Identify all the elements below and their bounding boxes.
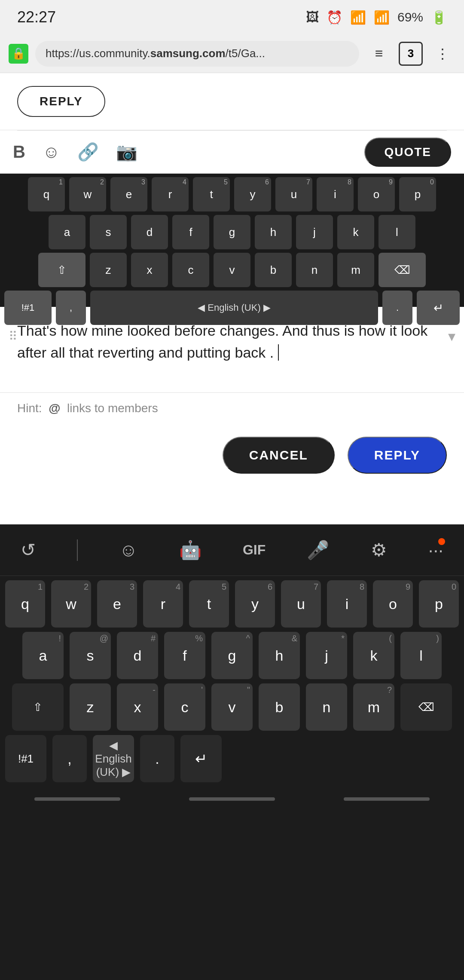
- key-y[interactable]: y6: [234, 177, 271, 211]
- bk-key-g[interactable]: g^: [211, 632, 253, 679]
- bk-key-k[interactable]: k(: [353, 632, 394, 679]
- bk-key-p[interactable]: p0: [419, 580, 459, 628]
- key-s[interactable]: s: [90, 215, 127, 249]
- key-j[interactable]: j: [296, 215, 333, 249]
- key-b[interactable]: b: [255, 253, 292, 287]
- key-z[interactable]: z: [90, 253, 127, 287]
- key-i[interactable]: i8: [317, 177, 354, 211]
- bk-key-y[interactable]: y6: [235, 580, 275, 628]
- key-g[interactable]: g: [214, 215, 250, 249]
- bk-key-symbols[interactable]: !#1: [5, 735, 46, 782]
- ssl-lock-icon: 🔒: [9, 44, 28, 64]
- bk-key-enter[interactable]: ↵: [180, 735, 222, 782]
- browser-menu-button[interactable]: ⋮: [430, 41, 455, 67]
- key-o[interactable]: o9: [358, 177, 395, 211]
- bk-key-r[interactable]: r4: [143, 580, 183, 628]
- key-backspace[interactable]: ⌫: [379, 253, 426, 287]
- bk-key-e[interactable]: e3: [97, 580, 137, 628]
- url-domain: samsung.com: [150, 47, 226, 60]
- key-shift[interactable]: ⇧: [38, 253, 85, 287]
- key-p[interactable]: p0: [399, 177, 436, 211]
- key-d[interactable]: d: [131, 215, 168, 249]
- bk-key-m[interactable]: m?: [353, 683, 394, 731]
- bold-icon[interactable]: B: [13, 142, 25, 162]
- quote-button[interactable]: QUOTE: [364, 138, 451, 167]
- bk-key-space[interactable]: ◀ English (UK) ▶: [93, 735, 134, 782]
- battery-icon: 🔋: [431, 10, 447, 25]
- bk-key-backspace[interactable]: ⌫: [400, 683, 452, 731]
- bk-nav-indicator: [34, 797, 120, 801]
- key-c[interactable]: c: [172, 253, 209, 287]
- bk-key-h[interactable]: h&: [259, 632, 300, 679]
- key-q[interactable]: q1: [28, 177, 65, 211]
- bk-key-u[interactable]: u7: [281, 580, 321, 628]
- key-a[interactable]: a: [49, 215, 85, 249]
- key-l[interactable]: l: [379, 215, 415, 249]
- bk-key-comma[interactable]: ,: [52, 735, 87, 782]
- bottom-keyboard[interactable]: ↺ ☺ 🤖 GIF 🎤 ⚙ ··· q1 w2 e3 r4 t5 y6 u7 i…: [0, 524, 464, 980]
- bk-key-j[interactable]: j*: [306, 632, 347, 679]
- key-w[interactable]: w2: [69, 177, 106, 211]
- key-k[interactable]: k: [337, 215, 374, 249]
- bk-emoji-icon[interactable]: ☺: [119, 540, 138, 560]
- bk-key-w[interactable]: w2: [51, 580, 91, 628]
- bk-key-q[interactable]: q1: [5, 580, 45, 628]
- bk-settings-icon[interactable]: ⚙: [371, 539, 387, 560]
- browser-bar: 🔒 https://us.community.samsung.com/t5/Ga…: [0, 34, 464, 73]
- bk-undo-icon[interactable]: ↺: [21, 539, 36, 560]
- bk-key-i[interactable]: i8: [327, 580, 367, 628]
- tab-switcher-button[interactable]: 3: [399, 42, 423, 66]
- key-comma[interactable]: ,: [56, 291, 86, 325]
- cancel-button[interactable]: CANCEL: [223, 437, 335, 474]
- bk-key-t[interactable]: t5: [189, 580, 229, 628]
- key-period[interactable]: .: [382, 291, 412, 325]
- key-n[interactable]: n: [296, 253, 333, 287]
- bk-key-shift[interactable]: ⇧: [12, 683, 64, 731]
- inline-keyboard[interactable]: q1 w2 e3 r4 t5 y6 u7 i8 o9 p0 a s d f g …: [0, 174, 464, 307]
- bk-key-v[interactable]: v": [211, 683, 253, 731]
- reply-action-button[interactable]: REPLY: [348, 437, 447, 474]
- key-t[interactable]: t5: [193, 177, 230, 211]
- key-m[interactable]: m: [337, 253, 374, 287]
- tab-count: 3: [408, 47, 414, 60]
- keyboard-collapse-icon[interactable]: ▾: [448, 328, 455, 345]
- key-u[interactable]: u7: [275, 177, 312, 211]
- alarm-icon: ⏰: [327, 10, 342, 25]
- reply-button[interactable]: REPLY: [17, 86, 105, 117]
- key-enter[interactable]: ↵: [417, 291, 460, 325]
- url-bar[interactable]: https://us.community.samsung.com/t5/Ga..…: [35, 41, 359, 67]
- emoji-icon[interactable]: ☺: [43, 142, 60, 162]
- bk-key-a[interactable]: a!: [22, 632, 64, 679]
- bk-key-f[interactable]: f%: [164, 632, 205, 679]
- key-space[interactable]: ◀ English (UK) ▶: [90, 291, 378, 325]
- bk-sticker-icon[interactable]: 🤖: [179, 539, 201, 560]
- bk-key-z[interactable]: z: [70, 683, 111, 731]
- keyboard-settings-icon[interactable]: ⠿: [9, 329, 18, 343]
- key-h[interactable]: h: [255, 215, 292, 249]
- bk-key-s[interactable]: s@: [70, 632, 111, 679]
- status-time: 22:27: [17, 8, 56, 26]
- bk-key-period[interactable]: .: [140, 735, 174, 782]
- bk-key-o[interactable]: o9: [373, 580, 413, 628]
- bk-key-d[interactable]: d#: [117, 632, 158, 679]
- link-icon[interactable]: 🔗: [77, 142, 99, 162]
- key-symbols[interactable]: !#1: [4, 291, 52, 325]
- bk-row-3: ⇧ z x- c' v" b n m? ⌫: [0, 679, 464, 731]
- bk-key-c[interactable]: c': [164, 683, 205, 731]
- bk-voice-icon[interactable]: 🎤: [307, 539, 329, 560]
- key-x[interactable]: x: [131, 253, 168, 287]
- key-f[interactable]: f: [172, 215, 209, 249]
- key-r[interactable]: r4: [152, 177, 189, 211]
- reader-mode-button[interactable]: ≡: [366, 41, 392, 67]
- bk-key-l[interactable]: l): [400, 632, 442, 679]
- bk-key-x[interactable]: x-: [117, 683, 158, 731]
- key-e[interactable]: e3: [110, 177, 147, 211]
- kb-row-2: a s d f g h j k l: [0, 211, 464, 249]
- bk-bottom-bar: [0, 788, 464, 810]
- bk-key-b[interactable]: b: [259, 683, 300, 731]
- camera-icon[interactable]: 📷: [116, 142, 137, 162]
- bk-key-n[interactable]: n: [306, 683, 347, 731]
- key-v[interactable]: v: [214, 253, 250, 287]
- bk-gif-icon[interactable]: GIF: [243, 542, 266, 558]
- bk-more-icon[interactable]: ···: [428, 540, 443, 560]
